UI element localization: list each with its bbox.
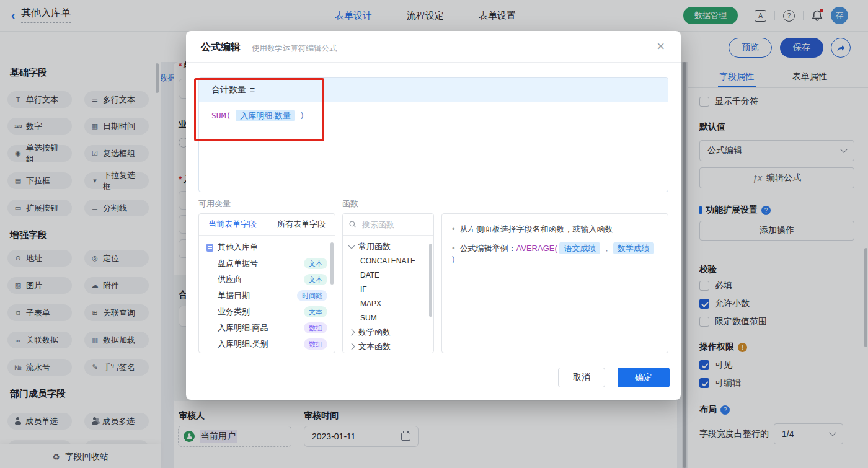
modal-subtitle: 使用数学运算符编辑公式 (252, 43, 337, 54)
modal-title: 公式编辑 (201, 41, 241, 54)
bullet-icon: • (452, 224, 455, 234)
app-root: ‹ 其他入库单 表单设计 流程设定 表单设置 数据管理 A ? 存 ⊘ 表单外链 (0, 0, 868, 468)
bullet-icon: • (452, 244, 455, 253)
confirm-button[interactable]: 确定 (618, 368, 670, 387)
tip-line: •从左侧面板选择字段名和函数，或输入函数 (452, 224, 658, 235)
type-badge: 数组 (304, 338, 327, 350)
variables-tabs: 当前表单字段 所有表单字段 (199, 214, 335, 236)
function-group-math[interactable]: 数学函数 (343, 325, 433, 339)
example-field-chip: 语文成绩 (559, 242, 600, 254)
variable-row[interactable]: 单据日期时间戳 (199, 288, 335, 304)
function-item[interactable]: CONCATENATE (343, 254, 433, 268)
function-group-text[interactable]: 文本函数 (343, 339, 433, 353)
example-function-token: AVERAGE( (516, 244, 557, 253)
chevron-right-icon (348, 329, 355, 335)
cancel-button[interactable]: 取消 (558, 368, 605, 387)
functions-panel: 常用函数 CONCATENATE DATE IF MAPX SUM 数学函数 文… (342, 213, 434, 353)
variable-tree-root[interactable]: 其他入库单 (199, 239, 335, 255)
function-group-common[interactable]: 常用函数 (343, 239, 433, 254)
function-item[interactable]: DATE (343, 268, 433, 282)
function-item[interactable]: MAPX (343, 296, 433, 311)
modal-header-divider (186, 62, 681, 63)
variable-row[interactable]: 盘点单据号文本 (199, 255, 335, 272)
functions-scrollbar[interactable] (429, 244, 432, 317)
tab-current-form-fields[interactable]: 当前表单字段 (208, 219, 257, 230)
tab-all-form-fields[interactable]: 所有表单字段 (277, 219, 326, 230)
variable-row[interactable]: 供应商文本 (199, 272, 335, 288)
variables-panel: 当前表单字段 所有表单字段 其他入库单 盘点单据号文本 供应商文本 单据日期时间… (198, 213, 335, 353)
example-closing-paren: ) (452, 254, 454, 263)
close-icon[interactable]: × (657, 38, 665, 55)
variable-row[interactable]: 入库明细.类别数组 (199, 336, 335, 352)
annotation-red-box (194, 78, 324, 141)
function-item[interactable]: IF (343, 282, 433, 296)
type-badge: 文本 (304, 258, 327, 269)
example-field-chip: 数学成绩 (613, 242, 654, 254)
functions-label: 函数 (342, 198, 358, 210)
type-badge: 文本 (304, 306, 327, 317)
function-item[interactable]: SUM (343, 311, 433, 325)
variables-scrollbar[interactable] (330, 242, 334, 285)
tip-example-line: •公式编辑举例：AVERAGE( 语文成绩 ， 数学成绩 ) (452, 243, 658, 263)
variables-label: 可用变量 (198, 198, 231, 210)
type-badge: 数组 (304, 322, 327, 333)
function-search-input[interactable] (361, 219, 425, 230)
function-search[interactable] (343, 214, 433, 236)
search-icon (349, 221, 356, 228)
form-file-icon (206, 244, 213, 252)
type-badge: 文本 (304, 274, 327, 285)
chevron-right-icon (348, 343, 355, 350)
variable-row[interactable]: 入库明细.商品数组 (199, 320, 335, 336)
variable-row[interactable]: 业务类别文本 (199, 304, 335, 320)
chevron-down-icon (348, 242, 355, 249)
type-badge: 时间戳 (297, 290, 327, 301)
tips-panel: •从左侧面板选择字段名和函数，或输入函数 •公式编辑举例：AVERAGE( 语文… (441, 213, 668, 353)
